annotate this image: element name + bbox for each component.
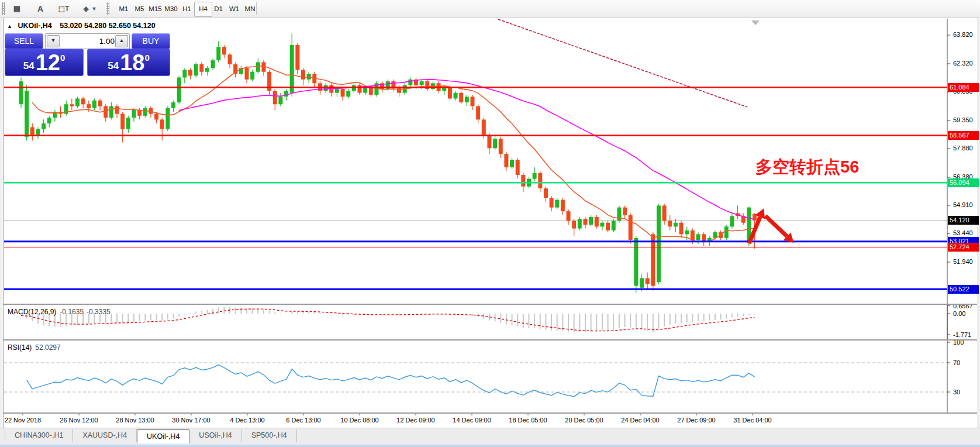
chart-title: ▲ UKOil-,H4 53.020 54.280 52.650 54.120 (7, 22, 156, 30)
panel-separator[interactable] (3, 304, 977, 305)
text-label-icon[interactable]: A (33, 2, 48, 16)
chart-tab-ukoil-h4[interactable]: UKOil-,H4 (137, 429, 189, 445)
toolbar: ▦ A ⬚T ◈ ▾ M1M5M15M30H1H4D1W1MN (0, 0, 980, 18)
panel-separator-2[interactable] (3, 339, 977, 341)
time-axis-label: 24 Dec 04:00 (611, 417, 670, 424)
chart-symbol: UKOil-,H4 (18, 22, 51, 30)
time-axis-label: 12 Dec 09:00 (387, 417, 445, 424)
timeframe-button-w1[interactable]: W1 (226, 2, 243, 16)
macd-value-1: -0.1635 (60, 308, 84, 316)
timeframe-button-d1[interactable]: D1 (210, 2, 227, 16)
terminal-window: ▦ A ⬚T ◈ ▾ M1M5M15M30H1H4D1W1MN ▲ UKOil-… (0, 0, 980, 447)
chart-tab-xauusd-h4[interactable]: XAUUSD-,H4 (73, 429, 137, 442)
macd-label: MACD(12,26,9) (8, 308, 56, 316)
time-axis-label: 4 Dec 13:00 (218, 417, 277, 424)
time-axis-label: 18 Dec 05:00 (499, 417, 557, 424)
timeframe-button-h1[interactable]: H1 (178, 2, 195, 16)
timeframe-button-m1[interactable]: M1 (115, 2, 132, 16)
toolbar-drag-handle-2[interactable] (106, 2, 109, 15)
chart-grid-icon[interactable]: ▦ (9, 2, 25, 16)
sell-price-small: 54 (23, 60, 34, 72)
one-click-trade-panel: SELL ▼ ▲ BUY 54 12 0 54 18 0 (5, 33, 169, 75)
time-axis-label: 31 Dec 04:00 (723, 417, 782, 424)
price-axis-tick: 54.910 (953, 201, 980, 208)
toolbar-drag-handle[interactable] (2, 2, 5, 15)
chart-tab-usoil-h4[interactable]: USOil-,H4 (189, 429, 241, 442)
text-tool-icon[interactable]: ⬚T (56, 2, 71, 16)
price-level-label: 58.567 (948, 131, 979, 140)
shapes-dropdown-caret[interactable]: ▾ (90, 2, 98, 16)
price-axis-tick: 62.320 (953, 60, 980, 67)
price-level-label: 54.120 (948, 216, 979, 225)
chinese-annotation: 多空转折点56 (755, 156, 859, 179)
volume-input[interactable] (60, 35, 116, 48)
buy-price-box[interactable]: 54 18 0 (87, 49, 170, 76)
chart-tab-china300-h1[interactable]: CHINA300-,H1 (5, 429, 73, 442)
sell-price-box[interactable]: 54 12 0 (5, 49, 84, 76)
status-bar (0, 443, 980, 447)
volume-box: ▼ ▲ (45, 33, 130, 49)
rsi-axis-tick: 30 (953, 388, 960, 396)
chart-ohlc-values: 53.020 54.280 52.650 54.120 (60, 22, 155, 30)
rsi-panel[interactable] (3, 341, 978, 412)
sell-button[interactable]: SELL (5, 33, 43, 49)
timeframe-button-m30[interactable]: M30 (163, 2, 180, 16)
macd-title: MACD(12,26,9)-0.1635-0.3335 (8, 308, 111, 316)
price-axis-tick: 63.820 (953, 31, 980, 38)
buy-button[interactable]: BUY (132, 33, 170, 49)
price-level-label: 61.084 (948, 83, 979, 92)
price-axis-tick: 53.440 (953, 229, 980, 236)
sell-price-big: 12 (36, 51, 60, 74)
price-level-label: 52.724 (948, 243, 979, 252)
time-axis-label: 28 Nov 13:00 (106, 417, 164, 424)
macd-axis-tick: -1.771 (953, 331, 971, 338)
rsi-axis-tick: 70 (953, 359, 960, 366)
chart-tab-sp500-h4[interactable]: SP500-,H4 (242, 429, 297, 442)
buy-price-small: 54 (108, 60, 119, 72)
sell-price-sup: 0 (60, 53, 65, 63)
volume-decrease-button[interactable]: ▼ (47, 35, 60, 47)
macd-value-2: -0.3335 (87, 308, 111, 316)
timeframe-button-m5[interactable]: M5 (131, 2, 148, 16)
chart-tab-bar: CHINA300-,H1XAUUSD-,H4UKOil-,H4USOil-,H4… (0, 428, 980, 444)
one-click-expander-icon[interactable]: ▲ (7, 23, 12, 29)
rsi-value: 52.0297 (35, 343, 60, 352)
time-axis-label: 22 Nov 2018 (0, 417, 52, 424)
time-axis-label: 26 Nov 12:00 (50, 417, 108, 424)
macd-panel[interactable] (3, 305, 978, 339)
price-axis-tick: 59.350 (953, 116, 980, 123)
price-level-label: 50.522 (948, 285, 979, 294)
time-axis-label: 6 Dec 13:00 (274, 417, 333, 424)
timeframe-button-m15[interactable]: M15 (147, 2, 164, 16)
macd-axis-tick: 0.00 (953, 310, 965, 317)
time-axis-label: 10 Dec 08:00 (330, 417, 389, 424)
price-axis-tick: 51.940 (953, 258, 980, 265)
buy-price-big: 18 (120, 51, 144, 74)
time-axis-label: 30 Nov 17:00 (162, 417, 220, 424)
price-axis-tick: 57.880 (953, 145, 980, 152)
time-axis-label: 14 Dec 09:00 (443, 417, 501, 424)
buy-price-sup: 0 (144, 53, 149, 63)
volume-increase-button[interactable]: ▲ (115, 35, 128, 47)
price-level-label: 56.094 (948, 178, 979, 187)
time-axis-label: 20 Dec 05:00 (555, 417, 613, 424)
time-axis-label: 27 Dec 09:00 (667, 417, 726, 424)
rsi-title: RSI(14)52.0297 (8, 343, 61, 352)
panel-separator-3 (3, 412, 977, 414)
rsi-label: RSI(14) (8, 343, 32, 352)
toolbar-separator (256, 2, 257, 15)
